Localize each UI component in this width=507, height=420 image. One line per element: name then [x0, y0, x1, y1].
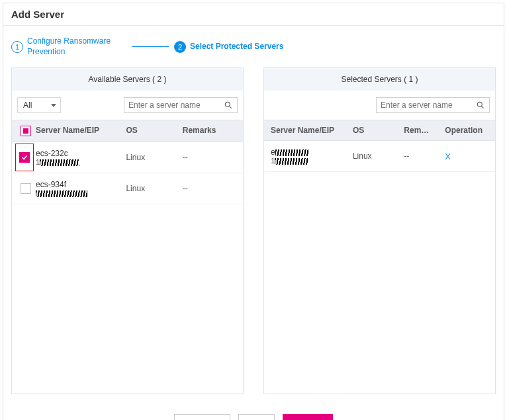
- col-remarks: Remarks: [183, 126, 239, 136]
- step-connector: [132, 46, 169, 47]
- step-configure-ransomware[interactable]: 1 Configure Ransomware Prevention: [11, 36, 126, 57]
- step2-label: Select Protected Servers: [190, 42, 283, 52]
- dialog: Add Server 1 Configure Ransomware Preven…: [3, 3, 504, 420]
- selected-search[interactable]: [376, 97, 490, 113]
- available-body: ecs-232c 1 Linux -- ecs-934f Linux --: [12, 142, 243, 394]
- step-select-servers[interactable]: 2 Select Protected Servers: [174, 41, 283, 53]
- col-server-name: Server Name/EIP: [36, 126, 126, 136]
- available-panel: Available Servers ( 2 ) All Server Name/…: [11, 67, 244, 394]
- step2-badge: 2: [174, 41, 186, 53]
- wizard-steps: 1 Configure Ransomware Prevention 2 Sele…: [3, 26, 504, 63]
- server-os: Linux: [126, 184, 182, 193]
- col-remarks: Rem…: [404, 126, 445, 135]
- dialog-footer: Previous OK Cancel: [3, 405, 504, 420]
- col-os: OS: [126, 126, 182, 136]
- server-name: ecs-232c: [36, 149, 126, 158]
- highlighted-checkbox: [15, 144, 34, 171]
- search-icon[interactable]: [476, 101, 485, 110]
- page-title: Add Server: [11, 9, 496, 20]
- svg-line-1: [229, 106, 231, 108]
- available-title: Available Servers ( 2 ): [12, 68, 243, 91]
- svg-point-2: [477, 103, 482, 107]
- row-checkbox[interactable]: [21, 183, 31, 194]
- selected-header-row: Server Name/EIP OS Rem… Operation: [264, 120, 495, 141]
- remove-button[interactable]: X: [445, 151, 451, 161]
- col-os: OS: [353, 126, 404, 135]
- table-row[interactable]: ecs-232c 1 Linux --: [12, 142, 243, 173]
- selected-body: e 1 Linux -- X: [264, 141, 495, 394]
- previous-button[interactable]: Previous: [174, 414, 230, 420]
- selected-panel: Selected Servers ( 1 ) Server Name/EIP O…: [263, 67, 496, 394]
- server-os: Linux: [126, 153, 182, 162]
- available-search[interactable]: [124, 97, 238, 113]
- ok-button[interactable]: OK: [238, 414, 275, 420]
- col-server-name: Server Name/EIP: [268, 126, 353, 135]
- col-operation: Operation: [445, 126, 491, 135]
- step1-badge: 1: [11, 41, 23, 53]
- select-all-checkbox[interactable]: [21, 126, 31, 136]
- selected-title: Selected Servers ( 1 ): [264, 68, 495, 91]
- available-search-input[interactable]: [128, 101, 224, 110]
- server-remarks: --: [404, 151, 445, 161]
- filter-value: All: [23, 101, 32, 110]
- cancel-button[interactable]: Cancel: [283, 414, 332, 420]
- server-eip: [36, 189, 126, 197]
- server-eip: 1: [271, 157, 353, 165]
- server-name: e: [271, 147, 353, 157]
- svg-line-3: [481, 106, 483, 108]
- server-name: ecs-934f: [36, 180, 126, 189]
- filter-dropdown[interactable]: All: [17, 97, 61, 113]
- server-remarks: --: [183, 184, 239, 193]
- available-header-row: Server Name/EIP OS Remarks: [12, 120, 243, 142]
- svg-point-0: [225, 103, 230, 107]
- server-remarks: --: [183, 153, 239, 162]
- dialog-header: Add Server: [3, 3, 504, 26]
- selected-search-input[interactable]: [381, 101, 476, 110]
- server-eip: 1: [36, 158, 126, 166]
- table-row[interactable]: e 1 Linux -- X: [264, 141, 495, 172]
- step1-label: Configure Ransomware Prevention: [27, 36, 126, 57]
- row-checkbox[interactable]: [19, 152, 30, 163]
- search-icon[interactable]: [224, 101, 233, 110]
- server-os: Linux: [353, 151, 404, 161]
- table-row[interactable]: ecs-934f Linux --: [12, 173, 243, 204]
